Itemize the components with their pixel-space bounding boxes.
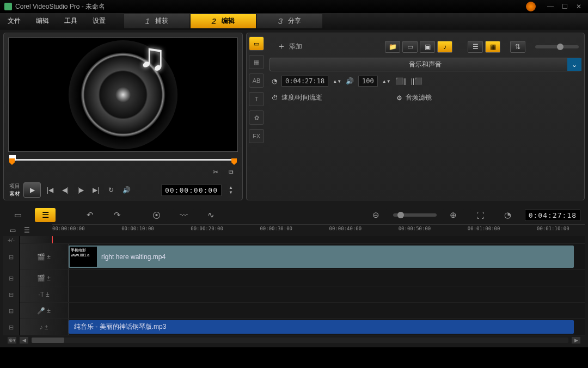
repeat-button[interactable]: ↻ <box>105 184 117 196</box>
go-end-button[interactable]: ▶| <box>90 184 102 196</box>
app-logo-icon <box>4 3 12 10</box>
title-bar: Corel VideoStudio Pro - 未命名 — ☐ ✕ <box>0 0 588 13</box>
video-clip[interactable]: 手机电影 www.801.a right here waiting.mp4 <box>69 246 574 268</box>
tab-title-ab[interactable]: AB <box>249 73 264 88</box>
volume-field[interactable]: 100 <box>358 76 378 87</box>
step-edit[interactable]: 2编辑 <box>191 14 256 28</box>
mode-clip-label[interactable]: 素材 <box>9 190 20 198</box>
volume-button[interactable]: 🔊 <box>120 184 132 196</box>
storyboard-view-button[interactable]: ▭ <box>8 208 28 222</box>
preview-viewport[interactable]: ♫ <box>8 38 238 152</box>
redo-button[interactable]: ↷ <box>107 208 127 222</box>
menu-file[interactable]: 文件 <box>0 16 28 26</box>
voice-track-lock[interactable]: ⊟ <box>3 303 20 319</box>
add-media-button[interactable]: ＋添加 <box>272 39 308 54</box>
project-duration: 0:04:27:18 <box>525 210 580 221</box>
close-button[interactable]: ✕ <box>574 3 584 10</box>
folder-icon[interactable]: 📁 <box>385 41 400 53</box>
record-button[interactable]: ⦿ <box>146 208 167 222</box>
maximize-button[interactable]: ☐ <box>560 3 569 10</box>
prev-frame-button[interactable]: ◀| <box>59 184 71 196</box>
thumbnail-size-slider[interactable] <box>535 45 579 48</box>
tab-media[interactable]: ▭ <box>249 36 264 51</box>
scroll-left-button[interactable]: ◀ <box>20 337 28 344</box>
fade-in-icon[interactable]: ⬛|| <box>395 77 407 85</box>
audio-filter-button[interactable]: ⚙音频滤镜 <box>396 93 432 102</box>
view-grid-icon[interactable]: ▦ <box>485 41 500 53</box>
play-button[interactable]: ▶ <box>23 182 41 198</box>
minimize-button[interactable]: — <box>546 3 555 10</box>
menu-bar: 文件 编辑 工具 设置 1捕获 2编辑 3分享 <box>0 13 588 29</box>
timeline-playhead[interactable] <box>52 236 53 243</box>
timeline-panel: ▭ ☰ ↶ ↷ ⦿ 〰 ∿ ⊖ ⊕ ⛶ ◔ 0:04:27:18 ▭ ☰ 00:… <box>0 204 588 347</box>
volume-icon: 🔊 <box>346 77 354 85</box>
timeline-ruler[interactable]: 00:00:00:00 00:00:10:00 00:00:20:00 00:0… <box>52 224 585 236</box>
step-capture[interactable]: 1捕获 <box>124 14 189 28</box>
preview-timecode[interactable]: 00:00:00:00 <box>161 185 222 196</box>
add-track-button[interactable]: +/- <box>3 236 20 244</box>
zoom-out-button[interactable]: ⊖ <box>366 208 387 222</box>
duration-field[interactable]: 0:04:27:18 <box>281 76 328 87</box>
library-category-header[interactable]: 音乐和声音 ⌄ <box>270 58 581 71</box>
fit-project-button[interactable]: ⛶ <box>470 208 491 222</box>
menu-tools[interactable]: 工具 <box>57 16 85 26</box>
music-track-head[interactable]: ♪ ± <box>20 319 69 335</box>
expand-preview-icon[interactable]: ⧉ <box>225 166 237 178</box>
view-list-icon[interactable]: ☰ <box>468 41 483 53</box>
next-frame-button[interactable]: |▶ <box>75 184 87 196</box>
zoom-slider[interactable] <box>393 213 437 217</box>
voice-track[interactable] <box>69 303 585 318</box>
title-track[interactable] <box>69 286 585 302</box>
preview-scrubber[interactable] <box>9 156 237 164</box>
audio-clip[interactable]: 纯音乐 - 美丽的神话钢琴版.mp3 <box>69 320 574 334</box>
mode-project-label[interactable]: 项目 <box>9 182 20 190</box>
filter-photo-icon[interactable]: ▣ <box>420 41 435 53</box>
timeline-view-button[interactable]: ☰ <box>35 208 56 222</box>
preview-panel: ♫ ✂ ⧉ 项目 素材 ▶ |◀ ◀| |▶ ▶| ↻ 🔊 <box>3 33 243 200</box>
menu-edit[interactable]: 编辑 <box>28 16 57 26</box>
project-duration-icon: ◔ <box>498 208 518 222</box>
clip-thumbnail: 手机电影 www.801.a <box>70 247 97 267</box>
music-track-lock[interactable]: ⊟ <box>3 319 20 335</box>
go-start-button[interactable]: |◀ <box>44 184 56 196</box>
add-track-row-button[interactable]: ⊕▾ <box>8 337 16 344</box>
overlay-track[interactable] <box>69 270 585 286</box>
brand-badge-icon[interactable] <box>526 2 536 11</box>
title-track-head[interactable]: ·T ± <box>20 286 69 302</box>
fade-out-icon[interactable]: ||⬛ <box>411 77 422 85</box>
tab-transitions[interactable]: ▦ <box>249 55 264 69</box>
tab-fx[interactable]: FX <box>249 129 264 143</box>
timecode-stepper[interactable]: ▲▼ <box>225 184 237 196</box>
overlay-track-lock[interactable]: ⊟ <box>3 270 20 286</box>
undo-button[interactable]: ↶ <box>79 208 100 222</box>
filter-audio-icon[interactable]: ♪ <box>437 41 452 53</box>
voice-track-head[interactable]: 🎤 ± <box>20 303 69 318</box>
speed-time-button[interactable]: ⏱速度/时间流逝 <box>272 93 322 102</box>
filter-video-icon[interactable]: ▭ <box>402 41 418 53</box>
sort-icon[interactable]: ⇅ <box>510 41 525 53</box>
music-note-icon: ♫ <box>138 35 167 78</box>
title-track-lock[interactable]: ⊟ <box>3 286 20 303</box>
video-track-lock[interactable]: ⊟ <box>3 244 20 270</box>
menu-settings[interactable]: 设置 <box>85 16 113 26</box>
workflow-steps: 1捕获 2编辑 3分享 <box>124 14 323 28</box>
tab-title-t[interactable]: T <box>249 92 264 106</box>
track-options-icon[interactable]: ☰ <box>21 224 33 236</box>
overlay-track-head[interactable]: 🎬 ± <box>20 270 69 286</box>
library-panel: ▭ ▦ AB T ✿ FX ＋添加 📁 ▭ ▣ ♪ ☰ ▦ ⇅ <box>246 33 585 200</box>
scroll-right-button[interactable]: ▶ <box>572 337 580 344</box>
audio-mixer-button[interactable]: 〰 <box>173 208 194 222</box>
auto-music-button[interactable]: ∿ <box>200 208 221 222</box>
video-track[interactable]: 手机电影 www.801.a right here waiting.mp4 <box>69 244 585 269</box>
track-manager-icon[interactable]: ▭ <box>7 224 19 236</box>
clock-icon: ◔ <box>272 77 277 85</box>
expand-panel-icon[interactable]: ⌄ <box>567 58 581 71</box>
video-track-head[interactable]: 🎬 ± <box>20 244 69 269</box>
filter-icon: ⚙ <box>396 94 402 102</box>
zoom-in-button[interactable]: ⊕ <box>443 208 464 222</box>
step-share[interactable]: 3分享 <box>257 14 322 28</box>
timeline-scrollbar[interactable] <box>32 338 568 343</box>
cut-icon[interactable]: ✂ <box>210 166 222 178</box>
tab-graphic[interactable]: ✿ <box>249 111 264 125</box>
music-track[interactable]: 纯音乐 - 美丽的神话钢琴版.mp3 <box>69 319 585 335</box>
